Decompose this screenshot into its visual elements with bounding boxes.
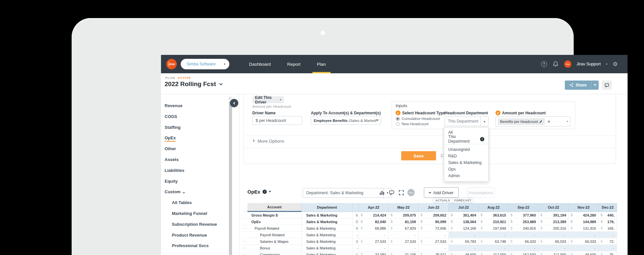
value-cell[interactable]: $210,921 <box>479 219 509 225</box>
value-cell[interactable]: $138,064 <box>449 219 479 225</box>
radio-option-1[interactable]: Cumulative Headcount <box>396 117 440 121</box>
value-cell[interactable]: $377,960 <box>509 212 539 219</box>
chip-remove-icon[interactable]: × <box>547 119 550 124</box>
sidebar-item-opex[interactable]: OpEx <box>165 135 176 142</box>
sidebar-item-custom[interactable]: Custom <box>165 189 185 194</box>
notifications-bell-icon[interactable] <box>552 61 559 67</box>
chart-view-button[interactable] <box>379 189 385 196</box>
department-cell[interactable]: Sales & Marketing <box>302 232 353 238</box>
value-cell[interactable]: $131,916 <box>569 225 599 232</box>
dropdown-option-admin[interactable]: Admin <box>444 173 488 179</box>
value-cell[interactable]: $351,404 <box>449 212 479 219</box>
sidebar-item-marketing-funnel[interactable]: Marketing Funnel <box>172 211 207 216</box>
value-cell[interactable]: $209,075 <box>389 212 419 219</box>
value-cell[interactable]: $63,748 <box>479 238 509 245</box>
value-cell[interactable]: $117,000 <box>479 251 509 255</box>
value-cell[interactable]: - <box>359 232 389 238</box>
row-menu-icon[interactable]: ⋯ <box>242 225 247 232</box>
plan-title-chevron-icon[interactable] <box>219 82 223 85</box>
headcount-department-select[interactable]: This Department ▲ <box>445 116 489 126</box>
value-cell[interactable]: - <box>509 232 539 238</box>
sidebar-item-all-tables[interactable]: All Tables <box>172 200 192 205</box>
value-cell[interactable]: $157,500 <box>509 251 539 255</box>
info-icon[interactable]: i <box>263 190 267 194</box>
value-cell[interactable]: $66,033 <box>539 238 569 245</box>
value-cell[interactable]: $200,316 <box>539 225 569 232</box>
row-menu-icon[interactable]: ⋯ <box>242 238 247 245</box>
scrollbar-thumb[interactable] <box>229 102 232 255</box>
value-cell[interactable]: $253,889 <box>509 219 539 225</box>
value-cell[interactable]: - <box>389 245 419 251</box>
value-cell[interactable]: $66,033 <box>569 238 599 245</box>
sidebar-scrollbar[interactable]: ▴ <box>229 96 232 255</box>
sidebar-item-revenue[interactable]: Revenue <box>165 103 182 108</box>
value-cell[interactable]: $72,696 <box>419 225 449 232</box>
value-cell[interactable]: $27,533 <box>359 238 389 245</box>
sidebar-item-liabilities[interactable]: Liabilities <box>165 168 184 173</box>
edit-pencil-icon[interactable] <box>539 120 542 123</box>
value-cell[interactable]: - <box>449 232 479 238</box>
value-cell[interactable]: $424,280 <box>569 212 599 219</box>
dropdown-option-sales-marketing[interactable]: Sales & Marketing <box>444 159 488 166</box>
row-menu-icon[interactable]: ⋯ <box>242 251 247 255</box>
department-cell[interactable]: Sales & Marketing <box>302 238 353 245</box>
dropdown-option-r-d[interactable]: R&D <box>444 153 488 159</box>
value-cell[interactable]: - <box>479 245 509 251</box>
scrollbar-up-arrow-icon[interactable]: ▴ <box>229 97 230 100</box>
add-driver-button[interactable]: Add Driver <box>424 187 459 198</box>
sidebar-item-subscription-revenue[interactable]: Subscription Revenue <box>172 222 217 227</box>
value-cell[interactable]: $48,600 <box>449 251 479 255</box>
section-chevron-icon[interactable] <box>269 190 271 192</box>
value-cell[interactable]: $209,652 <box>419 212 449 219</box>
value-cell[interactable]: $117,000 <box>539 251 569 255</box>
value-cell[interactable]: - <box>359 245 389 251</box>
comments-button[interactable] <box>602 81 612 90</box>
user-chevron-down-icon[interactable]: ▾ <box>606 62 608 66</box>
value-cell[interactable]: - <box>389 232 419 238</box>
sidebar-item-professional-svcs[interactable]: Professional Svcs <box>172 243 209 248</box>
department-cell[interactable]: Sales & Marketing <box>302 225 353 232</box>
value-cell[interactable]: $68,886 <box>359 225 389 232</box>
assumptions-button[interactable]: Assumptions <box>467 187 494 198</box>
value-cell[interactable]: - <box>479 232 509 238</box>
account-cell[interactable]: Payroll Related <box>247 232 302 238</box>
department-cell[interactable]: Sales & Marketing <box>302 251 353 255</box>
value-cell[interactable]: $179, <box>599 219 617 225</box>
driver-chip[interactable]: Benefits per Headcount <box>498 118 545 125</box>
dropdown-option-unassigned[interactable]: Unassigned <box>444 146 488 153</box>
value-cell[interactable]: - <box>419 232 449 238</box>
tab-dashboard[interactable]: Dashboard <box>249 55 271 73</box>
dropdown-option-ops[interactable]: Ops <box>444 166 488 173</box>
sidebar-item-equity[interactable]: Equity <box>165 179 178 184</box>
department-cell[interactable]: Sales & Marketing <box>302 245 353 251</box>
chevron-down-icon[interactable]: ▾ <box>567 120 568 123</box>
sidebar-item-cogs[interactable]: COGS <box>165 114 177 119</box>
sidebar-item-assets[interactable]: Assets <box>165 157 179 162</box>
company-selector[interactable]: Simba Software ▾ <box>181 59 229 69</box>
department-cell[interactable]: Sales & Marketing <box>302 212 353 219</box>
value-cell[interactable]: $31,105 <box>389 251 419 255</box>
value-cell[interactable]: - <box>509 245 539 251</box>
value-cell[interactable]: $48,600 <box>569 251 599 255</box>
value-cell[interactable]: $197,848 <box>479 225 509 232</box>
value-cell[interactable]: - <box>419 245 449 251</box>
sidebar-collapse-button[interactable] <box>230 99 238 107</box>
apply-to-select[interactable]: Employee Benefits (Sales & Marketi... <box>311 116 381 125</box>
row-menu-icon[interactable]: ⋯ <box>242 245 247 251</box>
value-cell[interactable]: - <box>599 245 617 251</box>
radio-selected-icon[interactable] <box>396 117 400 121</box>
value-cell[interactable]: - <box>539 232 569 238</box>
department-cell[interactable]: Sales & Marketing <box>302 219 353 225</box>
value-cell[interactable]: $124,166 <box>449 225 479 232</box>
driver-name-input[interactable] <box>252 116 302 125</box>
amount-per-headcount-field[interactable]: Benefits per Headcount × ▾ <box>495 116 570 127</box>
settings-gear-icon[interactable]: ⚙ <box>613 61 618 68</box>
radio-option-2[interactable]: New Headcount <box>396 122 428 126</box>
value-cell[interactable]: $90,099 <box>419 219 449 225</box>
radio-unselected-icon[interactable] <box>396 122 400 126</box>
value-cell[interactable]: $82,040 <box>359 219 389 225</box>
value-cell[interactable]: $166, <box>599 225 617 232</box>
help-icon[interactable]: ? <box>541 61 547 67</box>
share-button[interactable]: Share <box>565 81 591 90</box>
value-cell[interactable]: $67,829 <box>389 225 419 232</box>
